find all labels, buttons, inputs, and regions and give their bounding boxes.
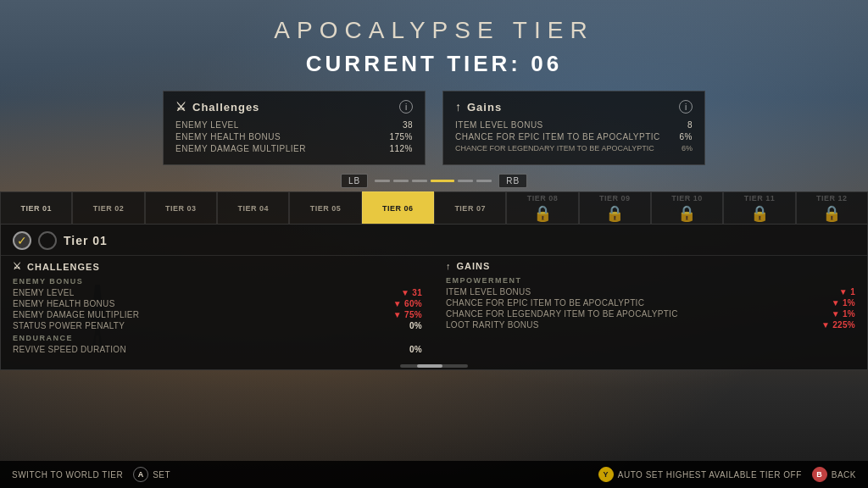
tier-tab-08[interactable]: TIER 08 🔒 xyxy=(506,191,578,224)
section-label-enemy-bonus: ENEMY BONUS xyxy=(13,277,422,286)
tier-tab-09[interactable]: TIER 09 🔒 xyxy=(579,191,651,224)
dropdown-header: ✓ Tier 01 xyxy=(1,225,867,256)
info-panels: ⚔ Challenges i ENEMY LEVEL 38 ENEMY HEAL… xyxy=(163,91,705,165)
gains-row-2-desc: CHANCE FOR LEGENDARY ITEM TO BE APOCALYP… xyxy=(455,144,693,152)
gains-header: ↑ Gains i xyxy=(455,100,693,114)
gains-panel: ↑ Gains i ITEM LEVEL BONUS 8 CHANCE FOR … xyxy=(442,91,705,165)
lock-icon-08: 🔒 xyxy=(533,204,553,223)
gains-title: ↑ Gains xyxy=(455,100,502,114)
nav-dot-1 xyxy=(375,180,390,182)
tier-tab-05[interactable]: TIER 05 xyxy=(289,191,361,224)
dd-row-enemy-health: ENEMY HEALTH BONUS ▼ 60% xyxy=(13,299,422,308)
dd-row-loot-rarity: LOOT RARITY BONUS ▼ 225% xyxy=(446,320,855,330)
dropdown-gains-icon: ↑ xyxy=(446,261,452,271)
current-tier-display: CURRENT TIER: 06 xyxy=(306,51,562,77)
section-label-empowerment: EMPOWERMENT xyxy=(446,276,855,285)
dd-row-item-level: ITEM LEVEL BONUS ▼ 1 xyxy=(446,287,855,297)
section-label-endurance: ENDURANCE xyxy=(13,334,422,342)
back-button: B xyxy=(812,467,827,482)
dd-row-revive: REVIVE SPEED DURATION 0% xyxy=(13,345,422,354)
dropdown-challenges-col: ⚔ Challenges ENEMY BONUS ENEMY LEVEL ▼ 3… xyxy=(1,256,434,361)
tier-check-active: ✓ xyxy=(13,231,31,250)
navigation-bar: LB RB xyxy=(341,174,527,188)
tier-tab-12[interactable]: TIER 12 🔒 xyxy=(796,191,868,224)
scroll-thumb xyxy=(417,364,442,368)
nav-dots xyxy=(375,180,492,182)
lb-button[interactable]: LB xyxy=(341,174,368,188)
bottom-left: SWITCH TO WORLD TIER A Set xyxy=(12,467,170,482)
set-button-hint[interactable]: A Set xyxy=(133,467,170,482)
tier-tab-02[interactable]: TIER 02 xyxy=(72,191,144,224)
lock-icon-10: 🔒 xyxy=(677,204,697,223)
rb-button[interactable]: RB xyxy=(498,174,527,188)
gains-icon: ↑ xyxy=(455,100,462,114)
tier-tab-07[interactable]: TIER 07 xyxy=(434,191,506,224)
scroll-indicator xyxy=(400,364,468,368)
dd-row-status-power: STATUS POWER PENALTY 0% xyxy=(13,321,422,330)
tier-tab-06[interactable]: TIER 06 xyxy=(362,191,434,224)
tier-tab-01[interactable]: TIER 01 xyxy=(0,191,72,224)
dropdown-challenges-title: ⚔ Challenges xyxy=(13,261,422,272)
set-button-circle: A xyxy=(133,467,148,482)
dropdown-challenges-icon: ⚔ xyxy=(13,261,22,272)
gains-info-button[interactable]: i xyxy=(679,100,693,114)
challenges-panel: ⚔ Challenges i ENEMY LEVEL 38 ENEMY HEAL… xyxy=(163,91,426,165)
gains-row-0: ITEM LEVEL BONUS 8 xyxy=(455,120,693,130)
page-title: APOCALYPSE TIER xyxy=(274,17,593,44)
lock-icon-11: 🔒 xyxy=(750,204,770,223)
challenges-row-2: ENEMY DAMAGE MULTIPLIER 112% xyxy=(175,144,413,153)
back-hint[interactable]: B BACK xyxy=(812,467,856,482)
auto-set-hint[interactable]: Y AUTO SET HIGHEST AVAILABLE TIER OFF xyxy=(598,467,802,482)
tier-tab-11[interactable]: TIER 11 🔒 xyxy=(723,191,795,224)
challenges-row-0: ENEMY LEVEL 38 xyxy=(175,120,413,130)
tier-tab-04[interactable]: TIER 04 xyxy=(217,191,289,224)
dropdown-gains-title: ↑ Gains xyxy=(446,261,855,271)
tier-detail-dropdown: ✓ Tier 01 ⚔ Challenges ENEMY BONUS ENEMY… xyxy=(0,224,868,370)
challenges-title: ⚔ Challenges xyxy=(175,100,259,114)
dropdown-gains-col: ↑ Gains EMPOWERMENT ITEM LEVEL BONUS ▼ 1… xyxy=(434,256,867,361)
tier-tabs: TIER 01 TIER 02 TIER 03 TIER 04 TIER 05 … xyxy=(0,191,868,224)
dd-row-enemy-damage: ENEMY DAMAGE MULTIPLIER ▼ 75% xyxy=(13,310,422,319)
challenges-icon: ⚔ xyxy=(175,100,187,114)
challenges-row-1: ENEMY HEALTH BONUS 175% xyxy=(175,132,413,141)
nav-dot-5 xyxy=(458,180,473,182)
nav-dot-6 xyxy=(476,180,492,182)
gains-row-1: CHANCE FOR EPIC ITEM TO BE APOCALYPTIC 6… xyxy=(455,132,693,141)
tier-tab-10[interactable]: TIER 10 🔒 xyxy=(651,191,723,224)
challenges-info-button[interactable]: i xyxy=(399,100,413,114)
dd-row-enemy-level: ENEMY LEVEL ▼ 31 xyxy=(13,288,422,297)
main-content: APOCALYPSE TIER CURRENT TIER: 06 ⚔ Chall… xyxy=(0,0,868,488)
dropdown-tier-label: Tier 01 xyxy=(64,234,108,247)
tier-check-empty xyxy=(38,231,57,250)
switch-to-world-tier-hint: SWITCH TO WORLD TIER xyxy=(12,470,123,480)
lock-icon-12: 🔒 xyxy=(822,204,842,223)
bottom-right: Y AUTO SET HIGHEST AVAILABLE TIER OFF B … xyxy=(598,467,856,482)
dropdown-columns: ⚔ Challenges ENEMY BONUS ENEMY LEVEL ▼ 3… xyxy=(1,256,867,361)
dd-row-legendary-chance: CHANCE FOR LEGENDARY ITEM TO BE APOCALYP… xyxy=(446,309,855,319)
nav-dot-4 xyxy=(431,180,454,182)
dd-row-epic-chance: CHANCE FOR EPIC ITEM TO BE APOCALYPTIC ▼… xyxy=(446,298,855,308)
challenges-header: ⚔ Challenges i xyxy=(175,100,413,114)
bottom-bar: SWITCH TO WORLD TIER A Set Y AUTO SET HI… xyxy=(0,461,868,488)
tier-tab-03[interactable]: TIER 03 xyxy=(145,191,217,224)
lock-icon-09: 🔒 xyxy=(605,204,625,223)
auto-set-button: Y xyxy=(598,467,614,482)
nav-dot-2 xyxy=(393,180,409,182)
nav-dot-3 xyxy=(412,180,427,182)
